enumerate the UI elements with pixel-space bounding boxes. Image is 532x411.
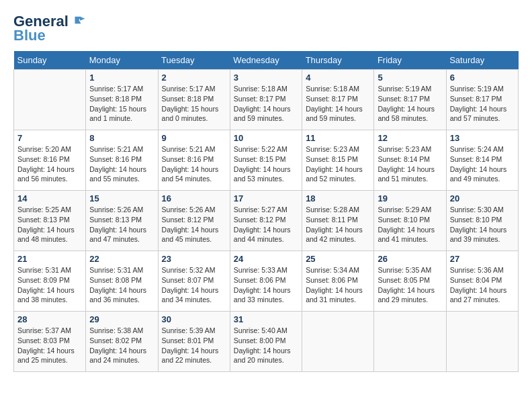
weekday-header-tuesday: Tuesday — [158, 51, 230, 70]
day-info: Sunrise: 5:32 AMSunset: 8:07 PMDaylight:… — [162, 265, 226, 305]
day-info: Sunrise: 5:34 AMSunset: 8:06 PMDaylight:… — [306, 265, 370, 305]
weekday-header-wednesday: Wednesday — [230, 51, 302, 70]
day-number: 15 — [89, 193, 154, 203]
day-info: Sunrise: 5:30 AMSunset: 8:10 PMDaylight:… — [450, 205, 515, 244]
day-number: 7 — [17, 133, 82, 143]
day-number: 24 — [234, 254, 298, 264]
logo-blue: Blue — [13, 27, 46, 44]
day-number: 1 — [89, 73, 154, 83]
day-number: 4 — [306, 73, 370, 83]
day-info: Sunrise: 5:25 AMSunset: 8:13 PMDaylight:… — [17, 205, 82, 244]
day-number: 11 — [306, 133, 370, 143]
day-info: Sunrise: 5:19 AMSunset: 8:17 PMDaylight:… — [450, 84, 515, 124]
day-info: Sunrise: 5:28 AMSunset: 8:11 PMDaylight:… — [306, 205, 370, 244]
day-number: 30 — [162, 314, 226, 324]
logo: General Blue — [13, 13, 86, 44]
day-number: 12 — [378, 133, 442, 143]
calendar-cell: 16Sunrise: 5:26 AMSunset: 8:12 PMDayligh… — [158, 191, 230, 251]
day-info: Sunrise: 5:38 AMSunset: 8:02 PMDaylight:… — [89, 326, 154, 365]
day-number: 18 — [306, 193, 370, 203]
calendar-cell: 30Sunrise: 5:39 AMSunset: 8:01 PMDayligh… — [158, 312, 230, 372]
day-number: 26 — [378, 254, 442, 264]
weekday-header-friday: Friday — [374, 51, 446, 70]
day-info: Sunrise: 5:35 AMSunset: 8:05 PMDaylight:… — [378, 265, 442, 305]
day-info: Sunrise: 5:27 AMSunset: 8:12 PMDaylight:… — [234, 205, 298, 244]
day-info: Sunrise: 5:24 AMSunset: 8:14 PMDaylight:… — [450, 144, 515, 184]
day-info: Sunrise: 5:21 AMSunset: 8:16 PMDaylight:… — [162, 144, 226, 184]
calendar-cell: 10Sunrise: 5:22 AMSunset: 8:15 PMDayligh… — [230, 130, 302, 191]
calendar-cell: 18Sunrise: 5:28 AMSunset: 8:11 PMDayligh… — [302, 191, 374, 251]
weekday-header-saturday: Saturday — [446, 51, 518, 70]
calendar-cell — [14, 70, 86, 130]
day-number: 21 — [17, 254, 82, 264]
calendar-cell: 17Sunrise: 5:27 AMSunset: 8:12 PMDayligh… — [230, 191, 302, 251]
calendar-cell: 22Sunrise: 5:31 AMSunset: 8:08 PMDayligh… — [86, 251, 158, 312]
calendar-cell: 28Sunrise: 5:37 AMSunset: 8:03 PMDayligh… — [14, 312, 86, 372]
day-info: Sunrise: 5:18 AMSunset: 8:17 PMDaylight:… — [234, 84, 298, 124]
calendar-cell: 13Sunrise: 5:24 AMSunset: 8:14 PMDayligh… — [446, 130, 518, 191]
calendar-cell: 8Sunrise: 5:21 AMSunset: 8:16 PMDaylight… — [86, 130, 158, 191]
day-number: 3 — [234, 73, 298, 83]
day-info: Sunrise: 5:33 AMSunset: 8:06 PMDaylight:… — [234, 265, 298, 305]
day-info: Sunrise: 5:39 AMSunset: 8:01 PMDaylight:… — [162, 326, 226, 365]
calendar-cell — [302, 312, 374, 372]
day-number: 20 — [450, 193, 515, 203]
calendar-cell — [446, 312, 518, 372]
day-number: 5 — [378, 73, 442, 83]
day-number: 9 — [162, 133, 226, 143]
calendar-cell: 5Sunrise: 5:19 AMSunset: 8:17 PMDaylight… — [374, 70, 446, 130]
day-info: Sunrise: 5:18 AMSunset: 8:17 PMDaylight:… — [306, 84, 370, 124]
logo-flag-icon — [74, 14, 86, 26]
day-info: Sunrise: 5:23 AMSunset: 8:15 PMDaylight:… — [306, 144, 370, 184]
calendar-cell: 27Sunrise: 5:36 AMSunset: 8:04 PMDayligh… — [446, 251, 518, 312]
calendar-cell: 23Sunrise: 5:32 AMSunset: 8:07 PMDayligh… — [158, 251, 230, 312]
day-info: Sunrise: 5:19 AMSunset: 8:17 PMDaylight:… — [378, 84, 442, 124]
weekday-header-monday: Monday — [86, 51, 158, 70]
weekday-header-sunday: Sunday — [14, 51, 86, 70]
day-info: Sunrise: 5:23 AMSunset: 8:14 PMDaylight:… — [378, 144, 442, 184]
calendar-cell: 2Sunrise: 5:17 AMSunset: 8:18 PMDaylight… — [158, 70, 230, 130]
day-number: 10 — [234, 133, 298, 143]
day-info: Sunrise: 5:31 AMSunset: 8:09 PMDaylight:… — [17, 265, 82, 305]
weekday-header-thursday: Thursday — [302, 51, 374, 70]
day-info: Sunrise: 5:31 AMSunset: 8:08 PMDaylight:… — [89, 265, 154, 305]
calendar-cell: 6Sunrise: 5:19 AMSunset: 8:17 PMDaylight… — [446, 70, 518, 130]
calendar-cell: 7Sunrise: 5:20 AMSunset: 8:16 PMDaylight… — [14, 130, 86, 191]
day-info: Sunrise: 5:22 AMSunset: 8:15 PMDaylight:… — [234, 144, 298, 184]
calendar-cell: 9Sunrise: 5:21 AMSunset: 8:16 PMDaylight… — [158, 130, 230, 191]
day-number: 29 — [89, 314, 154, 324]
day-info: Sunrise: 5:26 AMSunset: 8:13 PMDaylight:… — [89, 205, 154, 244]
calendar-cell — [374, 312, 446, 372]
day-number: 25 — [306, 254, 370, 264]
calendar-table: SundayMondayTuesdayWednesdayThursdayFrid… — [13, 51, 519, 372]
day-number: 27 — [450, 254, 515, 264]
calendar-cell: 20Sunrise: 5:30 AMSunset: 8:10 PMDayligh… — [446, 191, 518, 251]
calendar-cell: 29Sunrise: 5:38 AMSunset: 8:02 PMDayligh… — [86, 312, 158, 372]
day-number: 22 — [89, 254, 154, 264]
day-number: 16 — [162, 193, 226, 203]
calendar-cell: 21Sunrise: 5:31 AMSunset: 8:09 PMDayligh… — [14, 251, 86, 312]
day-number: 13 — [450, 133, 515, 143]
day-info: Sunrise: 5:36 AMSunset: 8:04 PMDaylight:… — [450, 265, 515, 305]
calendar-cell: 12Sunrise: 5:23 AMSunset: 8:14 PMDayligh… — [374, 130, 446, 191]
day-number: 19 — [378, 193, 442, 203]
calendar-cell: 19Sunrise: 5:29 AMSunset: 8:10 PMDayligh… — [374, 191, 446, 251]
day-number: 31 — [234, 314, 298, 324]
day-number: 14 — [17, 193, 82, 203]
day-number: 8 — [89, 133, 154, 143]
day-info: Sunrise: 5:17 AMSunset: 8:18 PMDaylight:… — [162, 84, 226, 124]
calendar-cell: 4Sunrise: 5:18 AMSunset: 8:17 PMDaylight… — [302, 70, 374, 130]
day-info: Sunrise: 5:21 AMSunset: 8:16 PMDaylight:… — [89, 144, 154, 184]
calendar-cell: 24Sunrise: 5:33 AMSunset: 8:06 PMDayligh… — [230, 251, 302, 312]
day-info: Sunrise: 5:17 AMSunset: 8:18 PMDaylight:… — [89, 84, 154, 124]
calendar-cell: 1Sunrise: 5:17 AMSunset: 8:18 PMDaylight… — [86, 70, 158, 130]
calendar-cell: 3Sunrise: 5:18 AMSunset: 8:17 PMDaylight… — [230, 70, 302, 130]
calendar-cell: 14Sunrise: 5:25 AMSunset: 8:13 PMDayligh… — [14, 191, 86, 251]
day-number: 2 — [162, 73, 226, 83]
calendar-cell: 26Sunrise: 5:35 AMSunset: 8:05 PMDayligh… — [374, 251, 446, 312]
page-header: General Blue — [13, 13, 519, 44]
calendar-cell: 25Sunrise: 5:34 AMSunset: 8:06 PMDayligh… — [302, 251, 374, 312]
day-info: Sunrise: 5:37 AMSunset: 8:03 PMDaylight:… — [17, 326, 82, 365]
calendar-cell: 15Sunrise: 5:26 AMSunset: 8:13 PMDayligh… — [86, 191, 158, 251]
day-info: Sunrise: 5:20 AMSunset: 8:16 PMDaylight:… — [17, 144, 82, 184]
